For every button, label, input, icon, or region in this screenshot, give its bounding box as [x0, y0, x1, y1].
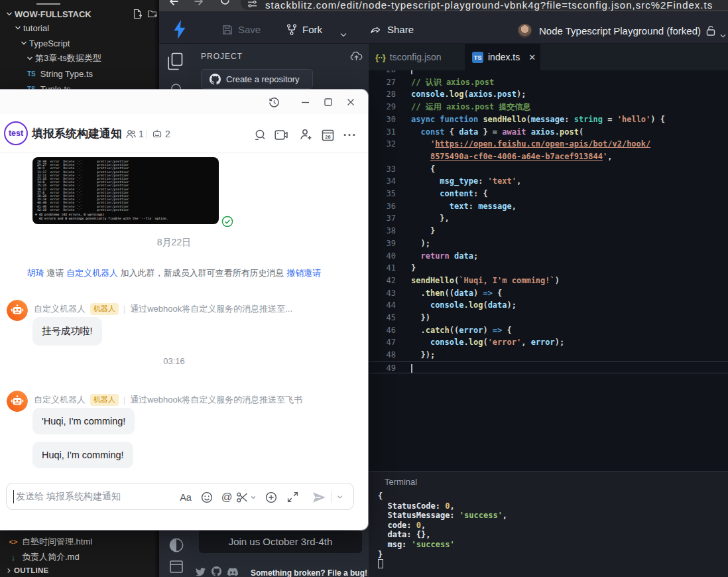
maximize-icon[interactable]	[320, 94, 336, 110]
search-chat-icon[interactable]	[251, 126, 269, 143]
message-read-icon	[221, 216, 233, 227]
new-file-icon[interactable]	[132, 9, 143, 22]
chevron-down-icon	[25, 53, 35, 64]
system-message-link[interactable]: 胡琦	[27, 268, 44, 278]
file-a-bug-link[interactable]: Something broken? File a bug!	[251, 568, 367, 577]
share-button[interactable]: Share	[370, 24, 414, 35]
sender-name[interactable]: 自定义机器人	[34, 303, 86, 315]
tree-item-file[interactable]: ↓负责人简介.md	[0, 550, 159, 564]
terminal-line: }	[378, 550, 383, 560]
line-number: 49	[369, 362, 396, 375]
mention-icon[interactable]: @	[218, 483, 235, 511]
code-line: 49	[369, 361, 728, 374]
system-message-link[interactable]: 自定义机器人	[66, 268, 118, 278]
bot-count[interactable]: 2	[152, 129, 170, 139]
line-number: 34	[369, 175, 396, 188]
outline-label: OUTLINE	[14, 566, 49, 574]
event-banner-label: Join us October 3rd-4th	[229, 536, 333, 547]
message-input[interactable]: 发送给 填报系统构建通知 Aa @	[6, 483, 354, 510]
message-bubble[interactable]: 挂号成功啦!	[32, 317, 102, 346]
line-number: 45	[369, 312, 396, 324]
project-title[interactable]: Node Typescript Playground (forked)	[539, 25, 701, 36]
terminal-line: data: {},	[378, 530, 430, 540]
tree-item-folder[interactable]: TypeScript	[0, 36, 159, 50]
bot-avatar[interactable]	[7, 391, 28, 412]
group-avatar[interactable]: test	[4, 121, 28, 145]
tab-tsconfig[interactable]: {··} tsconfig.json	[369, 44, 461, 70]
add-attachment-icon[interactable]	[263, 483, 280, 511]
screenshot-scissors-icon[interactable]	[235, 483, 257, 511]
line-number: 30	[369, 113, 396, 126]
line-number: 44	[369, 299, 396, 312]
create-repository-button[interactable]: Create a repository	[201, 69, 313, 89]
tree-item-folder[interactable]: tutorial	[0, 21, 159, 35]
save-label: Save	[238, 24, 261, 35]
message-bubble[interactable]: Huqi, I'm comming!	[32, 442, 133, 468]
layout-panel-icon[interactable]	[170, 560, 183, 576]
stackblitz-logo-icon[interactable]	[173, 20, 186, 42]
line-number: 31	[369, 126, 396, 139]
share-label: Share	[387, 24, 414, 35]
browser-back-icon[interactable]	[167, 0, 179, 10]
bot-badge: 机器人	[90, 394, 119, 406]
more-icon[interactable]	[341, 126, 358, 143]
send-icon[interactable]	[309, 483, 329, 511]
calendar-icon[interactable]: 26	[319, 126, 336, 143]
user-avatar[interactable]	[518, 24, 532, 38]
terminal-title[interactable]: Terminal	[385, 477, 417, 487]
line-number: 37	[369, 212, 396, 225]
line-number: 35	[369, 188, 396, 200]
add-member-icon[interactable]	[297, 126, 314, 143]
sender-name[interactable]: 自定义机器人	[34, 394, 86, 406]
member-count[interactable]: 1	[126, 129, 144, 139]
cloud-upload-icon[interactable]	[350, 50, 363, 64]
editor-caret	[411, 364, 412, 373]
text-format-icon[interactable]: Aa	[177, 483, 194, 511]
line-number: 29	[369, 101, 396, 113]
discord-icon[interactable]	[227, 567, 238, 577]
terminal-line: StatusMessage: 'success',	[378, 511, 507, 521]
video-call-icon[interactable]	[273, 126, 290, 143]
bot-avatar[interactable]	[7, 300, 28, 321]
message-bubble[interactable]: 'Huqi, I'm comming!	[32, 408, 135, 434]
code-line: 29// 运用 axios.post 提交信息	[369, 101, 728, 113]
message-sender-row: 自定义机器人 机器人 | 通过webhook将自定义服务的消息推送至...	[34, 303, 292, 315]
tab-close-icon[interactable]: ✕	[528, 52, 536, 62]
browser-reload-icon[interactable]	[219, 0, 231, 9]
twitter-icon[interactable]	[196, 567, 206, 577]
fork-dropdown-icon[interactable]	[339, 29, 347, 40]
event-banner[interactable]: Join us October 3rd-4th	[199, 529, 362, 553]
message-image-screenshot[interactable]: 28:48 error Delete `·` prettier/prettier…	[32, 157, 219, 224]
message-sender-row: 自定义机器人 机器人 | 通过webhook将自定义服务的消息推送至飞书	[34, 394, 302, 406]
code-editor[interactable]: 2627// 认识 axios.post28console.log(axios.…	[369, 70, 728, 471]
line-number: 48	[369, 349, 396, 361]
send-options-icon[interactable]	[332, 483, 347, 511]
github-icon[interactable]	[212, 566, 221, 577]
project-files-icon[interactable]	[168, 52, 183, 73]
code-line: 44 console.log(data);	[369, 299, 728, 312]
tree-item-file[interactable]: <>自塾时间管理.html	[0, 535, 159, 549]
tab-index-ts[interactable]: TS index.ts ✕	[465, 44, 540, 70]
code-line: 30async function sendHello(message: stri…	[369, 113, 728, 126]
stackblitz-nav: Save Fork Share Node Typescript Playgrou…	[159, 11, 728, 44]
emoji-icon[interactable]	[198, 483, 215, 511]
visibility-dropdown-icon[interactable]	[719, 29, 727, 41]
tree-item-folder[interactable]: 第3章-ts数据类型	[0, 51, 159, 66]
json-file-icon: {··}	[375, 52, 385, 62]
fork-button[interactable]: Fork	[286, 24, 322, 35]
close-icon[interactable]	[343, 94, 359, 110]
expand-input-icon[interactable]	[284, 483, 301, 511]
theme-toggle-icon[interactable]	[169, 538, 184, 555]
history-icon[interactable]	[266, 94, 282, 110]
site-settings-icon[interactable]	[247, 0, 257, 11]
save-button[interactable]: Save	[222, 24, 261, 35]
minimize-icon[interactable]	[297, 94, 313, 110]
system-message: 胡琦 邀请 自定义机器人 加入此群，新成员入群可查看所有历史消息 撤销邀请	[0, 267, 355, 279]
tree-item-file[interactable]: TSString Type.ts	[0, 66, 159, 81]
outline-section-header[interactable]: OUTLINE	[0, 563, 159, 577]
time-divider: 03:16	[0, 356, 355, 366]
system-message-link[interactable]: 撤销邀请	[286, 268, 321, 278]
lock-open-icon[interactable]	[705, 25, 716, 39]
browser-forward-icon[interactable]	[194, 0, 206, 10]
line-number: 39	[369, 237, 396, 250]
